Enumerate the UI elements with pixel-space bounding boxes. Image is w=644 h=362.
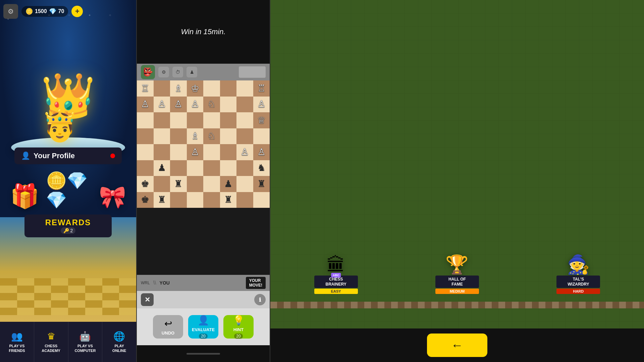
chess-cell-6-7[interactable]: ♜	[253, 176, 270, 192]
evaluate-action[interactable]: 👤 EVALUATE 20	[188, 315, 218, 339]
chess-cell-6-2[interactable]: ♜	[170, 176, 187, 192]
chess-cell-2-1[interactable]	[154, 112, 170, 128]
info-button[interactable]: ℹ	[254, 294, 266, 305]
back-icon: ←	[451, 338, 463, 352]
chess-cell-1-6[interactable]	[236, 97, 253, 113]
chess-cell-0-2[interactable]: ♗	[170, 80, 187, 97]
chess-cell-2-3[interactable]	[187, 112, 204, 128]
chess-cell-7-5[interactable]: ♜	[220, 192, 237, 208]
settings-button[interactable]: ⚙	[3, 4, 18, 19]
back-button[interactable]: ←	[427, 334, 487, 357]
evaluate-button[interactable]: 👤 EVALUATE 20	[188, 315, 218, 339]
chess-cell-5-2[interactable]	[170, 160, 187, 176]
checker-floor	[0, 278, 136, 322]
location-tals-wizardry[interactable]: 🧙 TAL'SWIZARDRY HARD	[518, 5, 639, 297]
chess-cell-0-3[interactable]: ♔	[187, 80, 204, 97]
piece-N-3-4: ♘	[207, 131, 216, 141]
chess-cell-6-5[interactable]: ♟	[220, 176, 237, 192]
chess-cell-1-5[interactable]	[220, 97, 237, 113]
chess-cell-3-4[interactable]: ♘	[203, 128, 220, 144]
chess-cell-3-2[interactable]	[170, 128, 187, 144]
friends-icon: 👥	[11, 331, 23, 342]
chess-cell-0-4[interactable]	[203, 80, 220, 97]
location-hall-of-fame[interactable]: 🏆 HALL OFFAME MEDIUM	[396, 5, 518, 297]
chess-cell-1-2[interactable]: ♙	[170, 97, 187, 113]
chess-cell-2-5[interactable]	[220, 112, 237, 128]
chess-cell-1-0[interactable]: ♙	[137, 97, 154, 113]
chess-cell-6-0[interactable]: ♚	[137, 176, 154, 192]
chess-cell-2-7[interactable]: ♕	[253, 112, 270, 128]
chess-cell-4-6[interactable]: ♙	[236, 144, 253, 160]
chess-cell-3-3[interactable]: ♗	[187, 128, 204, 144]
chess-cell-2-4[interactable]	[203, 112, 220, 128]
pieces-toolbar-button[interactable]: ♟	[186, 67, 197, 77]
chess-cell-7-0[interactable]: ♚	[137, 192, 154, 208]
chess-cell-3-1[interactable]	[154, 128, 170, 144]
chess-cell-0-6[interactable]	[236, 80, 253, 97]
chess-cell-6-4[interactable]	[203, 176, 220, 192]
close-game-button[interactable]: ✕	[141, 293, 154, 306]
hall-of-fame-icon: 🏆	[445, 254, 469, 276]
location-shogun-stronghold[interactable]: 🏯 SHOGUNSTRONGHOLD HARD	[518, 313, 639, 328]
add-currency-button[interactable]: +	[71, 6, 83, 17]
chess-cell-7-6[interactable]	[236, 192, 253, 208]
chess-cell-5-1[interactable]: ♟	[154, 160, 170, 176]
settings-toolbar-button[interactable]: ⚙	[158, 67, 169, 77]
undo-action[interactable]: ↩ UNDO	[153, 315, 183, 339]
chess-cell-5-0[interactable]	[137, 160, 154, 176]
chess-cell-4-7[interactable]: ♙	[253, 144, 270, 160]
chess-cell-5-4[interactable]	[203, 160, 220, 176]
chess-cell-1-4[interactable]: ♘	[203, 97, 220, 113]
rewards-button[interactable]: REWARDS 🔑 2	[24, 215, 112, 237]
chess-cell-0-7[interactable]: ♖	[253, 80, 270, 97]
chess-cell-4-5[interactable]	[220, 144, 237, 160]
chess-board[interactable]: ♖♗♔♖♙♙♙♙♘♙♕♗♘♙♙♙♟♞♚♜♟♜♚♜♜	[137, 80, 270, 208]
profile-button[interactable]: 👤 Your Profile	[14, 147, 122, 164]
map-content[interactable]: 🏛 ABC CHESSBRAINERY EASY 🏆 HALL OFFAME M…	[270, 0, 644, 328]
chess-cell-4-3[interactable]: ♙	[187, 144, 204, 160]
location-sacrifice-pit[interactable]: ⚔ SACRIFICEPIT EASY	[275, 313, 396, 328]
hint-button[interactable]: 💡 HINT 20	[223, 315, 254, 339]
undo-button[interactable]: ↩ UNDO	[153, 315, 183, 339]
chess-cell-0-1[interactable]	[154, 80, 170, 97]
chess-cell-3-0[interactable]	[137, 128, 154, 144]
clock-toolbar-button[interactable]: ⏱	[172, 67, 183, 77]
chess-cell-2-6[interactable]	[236, 112, 253, 128]
chess-cell-4-2[interactable]	[170, 144, 187, 160]
chess-cell-7-3[interactable]	[187, 192, 204, 208]
nav-play-vs-computer[interactable]: 🤖 PLAY VSCOMPUTER	[68, 322, 103, 362]
chess-cell-5-3[interactable]	[187, 160, 204, 176]
computer-icon: 🤖	[79, 331, 91, 342]
chess-cell-3-6[interactable]	[236, 128, 253, 144]
chess-cell-1-7[interactable]: ♙	[253, 97, 270, 113]
chess-cell-3-5[interactable]	[220, 128, 237, 144]
nav-play-vs-friends[interactable]: 👥 PLAY VSFRIENDS	[0, 322, 34, 362]
hint-action[interactable]: 💡 HINT 20	[223, 315, 254, 339]
evaluate-label: EVALUATE	[192, 327, 215, 332]
chess-cell-1-3[interactable]: ♙	[187, 97, 204, 113]
chess-cell-7-7[interactable]	[253, 192, 270, 208]
chess-cell-0-5[interactable]	[220, 80, 237, 97]
chess-cell-5-5[interactable]	[220, 160, 237, 176]
chess-cell-5-6[interactable]	[236, 160, 253, 176]
nav-chess-academy[interactable]: ♛ CHESSACADEMY	[34, 322, 68, 362]
chess-cell-7-2[interactable]	[170, 192, 187, 208]
chess-cell-3-7[interactable]	[253, 128, 270, 144]
nav-play-online[interactable]: 🌐 PLAYONLINE	[102, 322, 136, 362]
location-opening-tricks-spire[interactable]: 🗼 OPENINGTRICKS SPIRE MEDIUM	[396, 313, 518, 328]
chess-cell-2-0[interactable]	[137, 112, 154, 128]
chess-cell-2-2[interactable]	[170, 112, 187, 128]
chess-cell-7-4[interactable]	[203, 192, 220, 208]
piece-r-7-1: ♜	[158, 195, 166, 204]
chess-cell-4-4[interactable]	[203, 144, 220, 160]
chess-cell-6-3[interactable]	[187, 176, 204, 192]
chess-cell-5-7[interactable]: ♞	[253, 160, 270, 176]
chess-cell-4-0[interactable]	[137, 144, 154, 160]
chess-cell-0-0[interactable]: ♖	[137, 80, 154, 97]
chess-cell-6-6[interactable]	[236, 176, 253, 192]
chess-cell-4-1[interactable]	[154, 144, 170, 160]
location-chess-brainery[interactable]: 🏛 ABC CHESSBRAINERY EASY	[275, 5, 396, 297]
chess-cell-6-1[interactable]	[154, 176, 170, 192]
chess-cell-7-1[interactable]: ♜	[154, 192, 170, 208]
chess-cell-1-1[interactable]: ♙	[154, 97, 170, 113]
